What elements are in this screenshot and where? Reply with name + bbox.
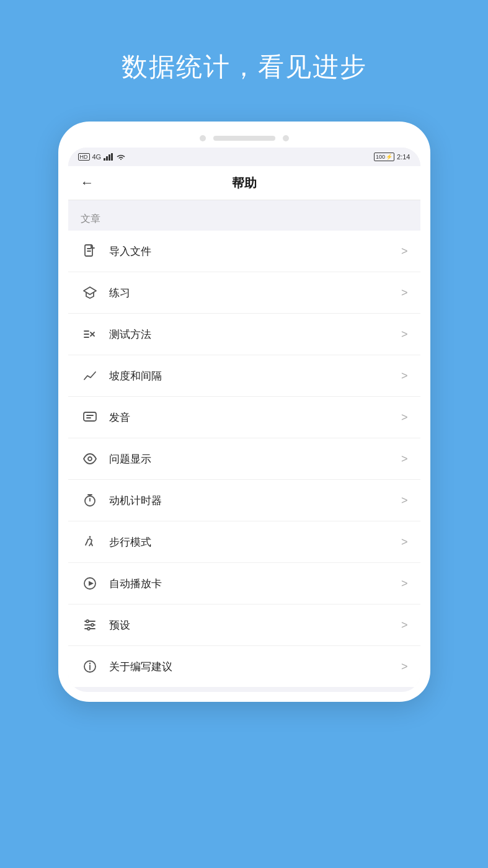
play-circle-icon: [81, 574, 99, 593]
walk-icon: [81, 533, 99, 551]
status-bar: HD 4G 100: [68, 148, 420, 166]
menu-label-problem-display: 问题显示: [109, 452, 401, 466]
phone-wrapper: HD 4G 100: [0, 122, 488, 702]
svg-rect-2: [109, 154, 110, 161]
svg-marker-7: [84, 287, 96, 294]
chevron-icon-preset: >: [401, 619, 408, 632]
chevron-icon-auto-play: >: [401, 577, 408, 590]
chevron-icon-writing-advice: >: [401, 660, 408, 673]
menu-item-preset[interactable]: 预设 >: [68, 604, 420, 646]
phone-dot-right: [283, 135, 289, 141]
menu-item-walk-mode[interactable]: 步行模式 >: [68, 521, 420, 563]
wifi-icon: [116, 153, 126, 161]
svg-point-31: [87, 627, 90, 630]
section-header: 文章: [68, 200, 420, 231]
phone-speaker: [213, 136, 275, 141]
svg-rect-3: [111, 153, 113, 161]
svg-rect-1: [106, 156, 108, 161]
battery-level: 100: [376, 154, 385, 160]
svg-rect-0: [104, 158, 105, 161]
menu-item-test-method[interactable]: 测试方法 >: [68, 314, 420, 355]
svg-point-34: [89, 663, 90, 664]
svg-line-22: [86, 542, 87, 545]
trend-icon: [81, 366, 99, 385]
phone-dot-left: [200, 135, 206, 141]
menu-item-auto-play[interactable]: 自动播放卡 >: [68, 563, 420, 604]
graduation-icon: [81, 283, 99, 302]
signal-icon: [104, 153, 113, 161]
timer-icon: [81, 491, 99, 510]
menu-item-motivation-timer[interactable]: 动机计时器 >: [68, 480, 420, 521]
network-label: 4G: [92, 153, 102, 161]
chat-icon: [81, 408, 99, 427]
list-x-icon: [81, 325, 99, 343]
menu-list: 导入文件 > 练习 >: [68, 231, 420, 687]
menu-item-import-file[interactable]: 导入文件 >: [68, 231, 420, 272]
menu-label-auto-play: 自动播放卡: [109, 577, 401, 591]
chevron-icon-walk-mode: >: [401, 536, 408, 549]
svg-point-29: [86, 620, 89, 622]
info-icon: [81, 657, 99, 676]
chevron-icon-slope-interval: >: [401, 370, 408, 383]
status-bar-left: HD 4G: [78, 153, 126, 161]
menu-label-motivation-timer: 动机计时器: [109, 494, 401, 508]
svg-point-30: [91, 624, 94, 626]
svg-point-21: [89, 536, 91, 538]
back-button[interactable]: ←: [81, 175, 94, 191]
chevron-icon-motivation-timer: >: [401, 494, 408, 507]
eye-icon: [81, 450, 99, 468]
hd-label: HD: [78, 153, 90, 161]
menu-item-pronunciation[interactable]: 发音 >: [68, 397, 420, 438]
chevron-icon-test-method: >: [401, 328, 408, 341]
page-header: 数据统计，看见进步: [0, 0, 488, 122]
battery-icon: 100 ⚡: [374, 153, 394, 161]
svg-marker-25: [89, 581, 94, 586]
file-icon: [81, 242, 99, 260]
nav-title: 帮助: [232, 175, 257, 192]
chevron-icon-pronunciation: >: [401, 411, 408, 424]
phone-frame: HD 4G 100: [58, 122, 430, 702]
menu-label-writing-advice: 关于编写建议: [109, 660, 401, 674]
phone-notch: [68, 131, 420, 148]
menu-label-import-file: 导入文件: [109, 244, 401, 259]
nav-bar: ← 帮助: [68, 166, 420, 200]
status-bar-right: 100 ⚡ 2:14: [374, 153, 410, 161]
chevron-icon-import-file: >: [401, 245, 408, 258]
sliders-icon: [81, 616, 99, 634]
phone-screen: HD 4G 100: [68, 148, 420, 692]
chevron-icon-practice: >: [401, 286, 408, 299]
time-label: 2:14: [397, 153, 410, 161]
menu-label-pronunciation: 发音: [109, 410, 401, 425]
menu-item-problem-display[interactable]: 问题显示 >: [68, 438, 420, 480]
menu-item-practice[interactable]: 练习 >: [68, 272, 420, 314]
menu-item-slope-interval[interactable]: 坡度和间隔 >: [68, 355, 420, 397]
page-title: 数据统计，看见进步: [0, 50, 488, 84]
menu-label-preset: 预设: [109, 618, 401, 632]
menu-label-slope-interval: 坡度和间隔: [109, 369, 401, 383]
svg-point-16: [88, 457, 92, 461]
menu-label-test-method: 测试方法: [109, 327, 401, 342]
menu-label-walk-mode: 步行模式: [109, 535, 401, 549]
menu-item-writing-advice[interactable]: 关于编写建议 >: [68, 646, 420, 687]
chevron-icon-problem-display: >: [401, 453, 408, 466]
svg-rect-13: [84, 412, 96, 421]
bolt-icon: ⚡: [386, 154, 393, 160]
menu-label-practice: 练习: [109, 286, 401, 300]
svg-line-23: [91, 543, 92, 546]
